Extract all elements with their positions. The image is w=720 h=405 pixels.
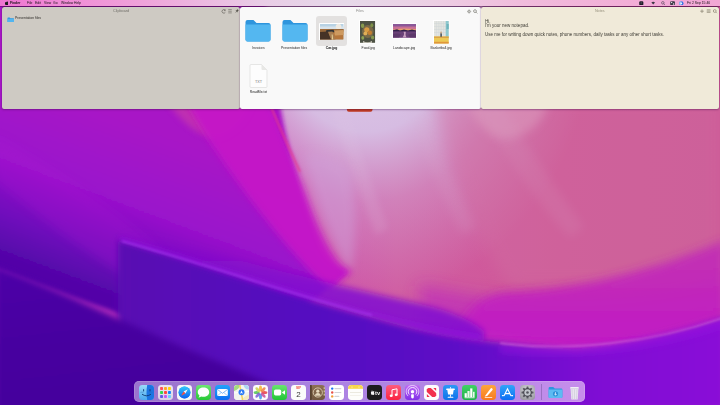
svg-text:tv: tv [375, 390, 381, 396]
svg-text:2: 2 [296, 390, 301, 399]
svg-text:TXT: TXT [254, 80, 262, 84]
